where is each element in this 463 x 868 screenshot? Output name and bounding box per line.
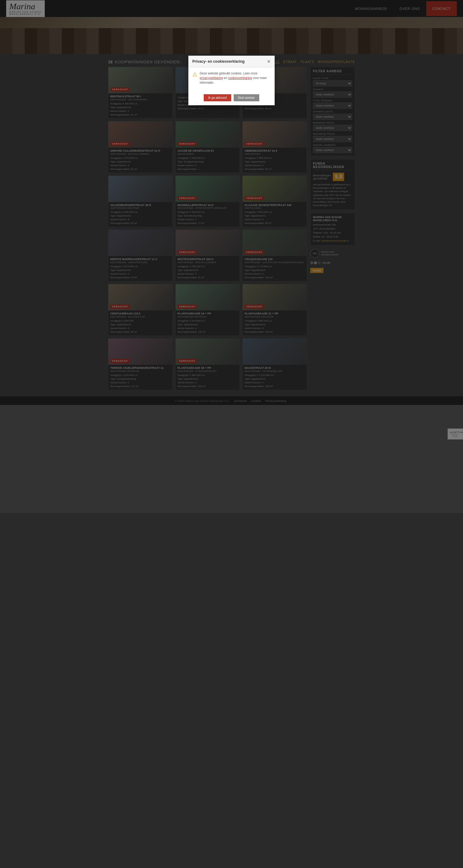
modal-close-button[interactable]: ✕ (267, 59, 271, 64)
modal-text: Deze website gebruikt cookies. Lees onze… (200, 71, 271, 85)
modal-cookie-link[interactable]: cookiesverklaring (228, 76, 252, 80)
cookie-modal: Privacy- en cookiesverklaring ✕ ⚠ Deze w… (188, 56, 275, 105)
modal-header: Privacy- en cookiesverklaring ✕ (189, 56, 274, 67)
accept-button[interactable]: Ik ga akkoord (204, 94, 231, 101)
cookie-modal-overlay: Privacy- en cookiesverklaring ✕ ⚠ Deze w… (0, 0, 463, 513)
modal-title: Privacy- en cookiesverklaring (192, 59, 244, 64)
close-button[interactable]: Sluit venster (234, 94, 259, 101)
modal-footer: Ik ga akkoord Sluit venster (189, 92, 274, 105)
modal-warning: ⚠ Deze website gebruikt cookies. Lees on… (192, 71, 271, 85)
modal-privacy-link[interactable]: privacyverklaring (200, 76, 223, 80)
warning-icon: ⚠ (192, 71, 197, 85)
modal-body: ⚠ Deze website gebruikt cookies. Lees on… (189, 67, 274, 92)
